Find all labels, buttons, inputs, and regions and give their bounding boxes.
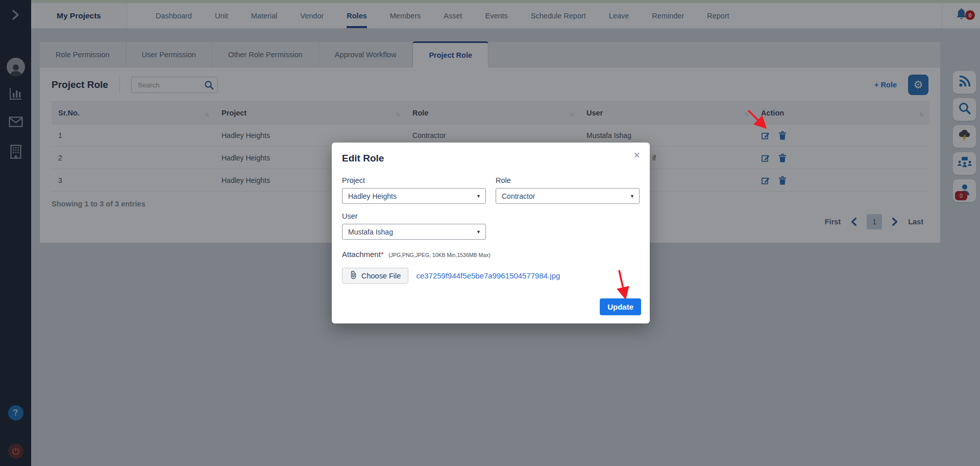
- edit-role-modal: Edit Role × Project Hadley Heights ▼ Rol…: [332, 143, 650, 323]
- choose-file-button[interactable]: Choose File: [342, 268, 408, 284]
- attachment-label: Attachment: [342, 250, 381, 259]
- project-select[interactable]: Hadley Heights ▼: [342, 188, 486, 204]
- user-value: Mustafa Ishag: [348, 228, 393, 236]
- choose-file-label: Choose File: [361, 272, 401, 280]
- chevron-down-icon: ▼: [476, 194, 481, 199]
- attachment-section: Attachment* (JPG,PNG,JPEG, 10KB Min,1536…: [342, 250, 640, 284]
- close-icon[interactable]: ×: [633, 150, 640, 161]
- update-button[interactable]: Update: [600, 298, 641, 315]
- user-select[interactable]: Mustafa Ishag ▼: [342, 224, 486, 240]
- chevron-down-icon: ▼: [476, 229, 481, 235]
- chevron-down-icon: ▼: [630, 194, 634, 199]
- required-asterisk: *: [381, 250, 384, 259]
- role-select[interactable]: Contractor ▼: [496, 188, 640, 204]
- user-field: User Mustafa Ishag ▼: [342, 212, 486, 240]
- project-field: Project Hadley Heights ▼: [342, 176, 486, 204]
- paperclip-icon: [350, 271, 357, 281]
- edit-role-form: Project Hadley Heights ▼ Role Contractor…: [342, 176, 640, 240]
- role-label: Role: [496, 176, 640, 184]
- user-label: User: [342, 212, 486, 220]
- project-value: Hadley Heights: [348, 192, 397, 200]
- modal-title: Edit Role: [342, 153, 640, 164]
- file-row: Choose File ce37259f944f5e5be7a996150457…: [342, 268, 640, 284]
- app-screen: ? My Projects Dashboard Unit Material Ve…: [0, 0, 980, 466]
- role-field: Role Contractor ▼: [496, 176, 640, 204]
- attachment-note: (JPG,PNG,JPEG, 10KB Min,1536MB Max): [388, 252, 491, 258]
- role-value: Contractor: [502, 192, 535, 200]
- project-label: Project: [342, 176, 486, 184]
- attachment-filename-link[interactable]: ce37259f944f5e5be7a9961504577984.jpg: [416, 271, 560, 280]
